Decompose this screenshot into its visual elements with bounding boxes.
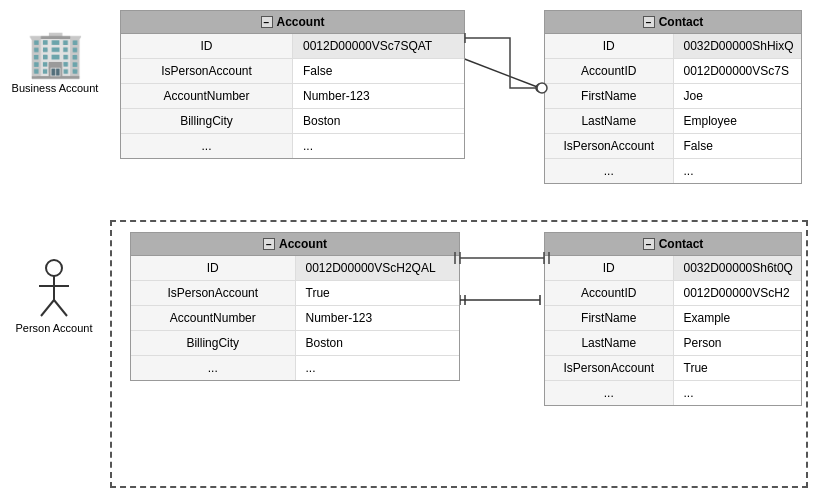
- table-row: IsPersonAccount False: [121, 59, 464, 84]
- field-name: BillingCity: [121, 109, 293, 133]
- field-name: ID: [545, 34, 674, 58]
- table-row: ... ...: [545, 159, 801, 183]
- field-value: ...: [293, 134, 464, 158]
- table-row: AccountNumber Number-123: [121, 84, 464, 109]
- field-name: ...: [545, 381, 674, 405]
- field-name: FirstName: [545, 84, 674, 108]
- svg-line-11: [41, 300, 54, 316]
- field-value: False: [293, 59, 464, 83]
- table-row: FirstName Joe: [545, 84, 801, 109]
- field-value: Employee: [674, 109, 802, 133]
- table-row: ID 0032D00000ShHixQ: [545, 34, 801, 59]
- field-name: AccountID: [545, 59, 674, 83]
- table-row: ID 0032D00000Sh6t0Q: [545, 256, 801, 281]
- business-contact-collapse-btn[interactable]: −: [643, 16, 655, 28]
- field-name: ID: [545, 256, 674, 280]
- table-row: AccountID 0012D00000VSc7S: [545, 59, 801, 84]
- person-account-label: Person Account: [4, 322, 104, 334]
- business-contact-table: − Contact ID 0032D00000ShHixQ AccountID …: [544, 10, 802, 184]
- table-row: IsPersonAccount False: [545, 134, 801, 159]
- field-value: False: [674, 134, 802, 158]
- field-value: ...: [674, 159, 802, 183]
- field-name: IsPersonAccount: [121, 59, 293, 83]
- field-name: FirstName: [545, 306, 674, 330]
- person-contact-table-header: − Contact: [545, 233, 801, 256]
- field-value: 0032D00000ShHixQ: [674, 34, 802, 58]
- table-row: IsPersonAccount True: [545, 356, 801, 381]
- table-row: LastName Person: [545, 331, 801, 356]
- field-value: 0012D00000VSc7SQAT: [293, 34, 464, 58]
- svg-line-12: [54, 300, 67, 316]
- field-value: 0012D00000VScH2: [674, 281, 802, 305]
- table-row: BillingCity Boston: [131, 331, 459, 356]
- person-contact-table: − Contact ID 0032D00000Sh6t0Q AccountID …: [544, 232, 802, 406]
- field-name: IsPersonAccount: [131, 281, 296, 305]
- business-account-label: Business Account: [10, 82, 100, 94]
- table-row: AccountNumber Number-123: [131, 306, 459, 331]
- field-name: IsPersonAccount: [545, 356, 674, 380]
- field-name: ID: [131, 256, 296, 280]
- field-name: AccountID: [545, 281, 674, 305]
- field-name: BillingCity: [131, 331, 296, 355]
- field-value: True: [296, 281, 460, 305]
- field-value: ...: [296, 356, 460, 380]
- field-name: ...: [131, 356, 296, 380]
- field-name: AccountNumber: [131, 306, 296, 330]
- field-name: IsPersonAccount: [545, 134, 674, 158]
- table-row: AccountID 0012D00000VScH2: [545, 281, 801, 306]
- field-name: ...: [121, 134, 293, 158]
- business-account-table-title: Account: [277, 15, 325, 29]
- field-value: Joe: [674, 84, 802, 108]
- business-contact-table-header: − Contact: [545, 11, 801, 34]
- field-value: 0012D00000VScH2QAL: [296, 256, 460, 280]
- field-value: Example: [674, 306, 802, 330]
- table-row: ... ...: [121, 134, 464, 158]
- person-icon-svg: [29, 258, 79, 318]
- business-account-table: − Account ID 0012D00000VSc7SQAT IsPerson…: [120, 10, 465, 159]
- svg-point-1: [536, 84, 544, 92]
- field-value: True: [674, 356, 802, 380]
- business-account-icon: 🏢 Business Account: [10, 30, 100, 94]
- person-account-table-header: − Account: [131, 233, 459, 256]
- field-name: AccountNumber: [121, 84, 293, 108]
- table-row: BillingCity Boston: [121, 109, 464, 134]
- person-account-table-title: Account: [279, 237, 327, 251]
- person-contact-table-title: Contact: [659, 237, 704, 251]
- field-value: 0012D00000VSc7S: [674, 59, 802, 83]
- field-value: ...: [674, 381, 802, 405]
- svg-point-8: [46, 260, 62, 276]
- field-value: Number-123: [296, 306, 460, 330]
- table-row: IsPersonAccount True: [131, 281, 459, 306]
- table-row: FirstName Example: [545, 306, 801, 331]
- field-name: LastName: [545, 331, 674, 355]
- field-name: LastName: [545, 109, 674, 133]
- field-value: 0032D00000Sh6t0Q: [674, 256, 802, 280]
- table-row: ID 0012D00000VScH2QAL: [131, 256, 459, 281]
- person-account-icon: Person Account: [4, 258, 104, 334]
- business-account-collapse-btn[interactable]: −: [261, 16, 273, 28]
- field-value: Boston: [293, 109, 464, 133]
- business-contact-table-title: Contact: [659, 15, 704, 29]
- table-row: ... ...: [131, 356, 459, 380]
- field-name: ...: [545, 159, 674, 183]
- table-row: LastName Employee: [545, 109, 801, 134]
- table-row: ID 0012D00000VSc7SQAT: [121, 34, 464, 59]
- field-value: Boston: [296, 331, 460, 355]
- person-contact-collapse-btn[interactable]: −: [643, 238, 655, 250]
- field-value: Number-123: [293, 84, 464, 108]
- table-row: ... ...: [545, 381, 801, 405]
- person-account-table: − Account ID 0012D00000VScH2QAL IsPerson…: [130, 232, 460, 381]
- field-value: Person: [674, 331, 802, 355]
- field-name: ID: [121, 34, 293, 58]
- business-account-table-header: − Account: [121, 11, 464, 34]
- person-account-collapse-btn[interactable]: −: [263, 238, 275, 250]
- svg-line-0: [462, 58, 540, 88]
- building-icon: 🏢: [10, 30, 100, 76]
